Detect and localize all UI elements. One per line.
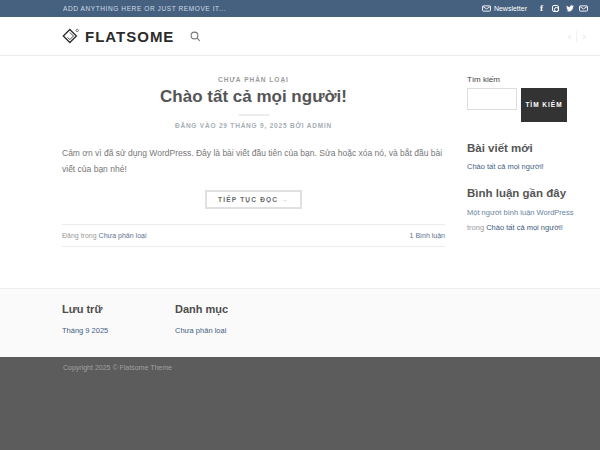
envelope-icon [482, 5, 491, 12]
recent-comments-widget: Bình luận gần đây Một người bình luận Wo… [467, 187, 585, 235]
search-submit-button[interactable]: TÌM KIẾM [521, 88, 567, 122]
topbar: ADD ANYTHING HERE OR JUST REMOVE IT... N… [0, 0, 600, 17]
read-more-button[interactable]: TIẾP TỤC ĐỌC → [205, 190, 302, 209]
search-icon[interactable] [190, 31, 201, 42]
twitter-glyph [566, 5, 574, 12]
logo-text: FLATSOME [85, 28, 174, 45]
posted-in-label: Đăng trong [62, 232, 97, 239]
recent-comments-title: Bình luận gần đây [467, 187, 585, 199]
categories-title: Danh mục [175, 303, 288, 315]
newsletter-link[interactable]: Newsletter [482, 5, 527, 12]
newsletter-label: Newsletter [494, 5, 527, 12]
instagram-icon[interactable] [551, 4, 560, 13]
site-header: FLATSOME ‹ › [0, 17, 600, 56]
instagram-glyph [552, 5, 559, 12]
archives-title: Lưu trữ [62, 303, 175, 315]
read-more-label: TIẾP TỤC ĐỌC [218, 196, 278, 203]
post-excerpt: Cảm ơn vì đã sử dụng WordPress. Đây là b… [62, 145, 445, 177]
search-widget-title: Tìm kiếm [467, 75, 585, 84]
post-category-link[interactable]: Chưa phân loại [99, 232, 147, 239]
post-meta: Đăng trong Chưa phân loại 1 Bình luận [62, 224, 445, 247]
title-divider [239, 114, 269, 116]
comments-link[interactable]: 1 Bình luận [410, 232, 445, 239]
read-more-row: TIẾP TỤC ĐỌC → [62, 188, 445, 209]
post-date: ĐĂNG VÀO 29 THÁNG 9, 2025 BỞI ADMIN [62, 122, 445, 129]
facebook-icon[interactable]: f [537, 4, 546, 13]
recent-posts-title: Bài viết mới [467, 142, 585, 154]
posted-in: Đăng trong Chưa phân loại [62, 232, 146, 239]
main-content: CHƯA PHÂN LOẠI Chào tất cả mọi người! ĐĂ… [0, 56, 600, 288]
category-link[interactable]: Chưa phân loại [175, 326, 288, 335]
next-post-arrow[interactable]: › [582, 31, 586, 42]
comment-post-link[interactable]: Chào tất cả mọi người! [486, 223, 563, 232]
footer-widgets: Lưu trữ Tháng 9 2025 Danh mục Chưa phân … [0, 288, 600, 357]
post-title[interactable]: Chào tất cả mọi người! [62, 87, 445, 107]
email-glyph [579, 5, 588, 12]
comment-in-label: trong [467, 223, 484, 232]
flatsome-diamond-icon [62, 28, 79, 44]
categories-widget: Danh mục Chưa phân loại [175, 303, 288, 335]
recent-posts-widget: Bài viết mới Chào tất cả mọi người! [467, 142, 585, 171]
facebook-glyph: f [540, 4, 543, 13]
archive-link[interactable]: Tháng 9 2025 [62, 326, 175, 335]
absolute-footer: Copyright 2025 © Flatsome Theme [0, 357, 600, 450]
social-icons: f [537, 4, 588, 13]
comment-author-link[interactable]: Một người bình luận WordPress [467, 208, 574, 217]
topbar-right: Newsletter f [482, 4, 588, 13]
sidebar: Tìm kiếm TÌM KIẾM Bài viết mới Chào tất … [467, 56, 585, 247]
arrow-right-icon: → [281, 196, 289, 203]
post-category[interactable]: CHƯA PHÂN LOẠI [62, 76, 445, 83]
post-navigation: ‹ › [568, 31, 586, 42]
twitter-icon[interactable] [565, 4, 574, 13]
nav-divider [576, 31, 577, 42]
search-widget: TÌM KIẾM [467, 88, 585, 122]
recent-post-link[interactable]: Chào tất cả mọi người! [467, 162, 585, 171]
site-logo[interactable]: FLATSOME [62, 28, 174, 45]
archives-widget: Lưu trữ Tháng 9 2025 [62, 303, 175, 335]
recent-comment-entry: Một người bình luận WordPress trong Chào… [467, 206, 585, 235]
email-icon[interactable] [579, 4, 588, 13]
copyright-text: Copyright 2025 © Flatsome Theme [63, 364, 600, 371]
prev-post-arrow[interactable]: ‹ [568, 31, 572, 42]
blog-post: CHƯA PHÂN LOẠI Chào tất cả mọi người! ĐĂ… [62, 56, 445, 247]
topbar-message: ADD ANYTHING HERE OR JUST REMOVE IT... [63, 5, 226, 12]
search-input[interactable] [467, 88, 517, 110]
